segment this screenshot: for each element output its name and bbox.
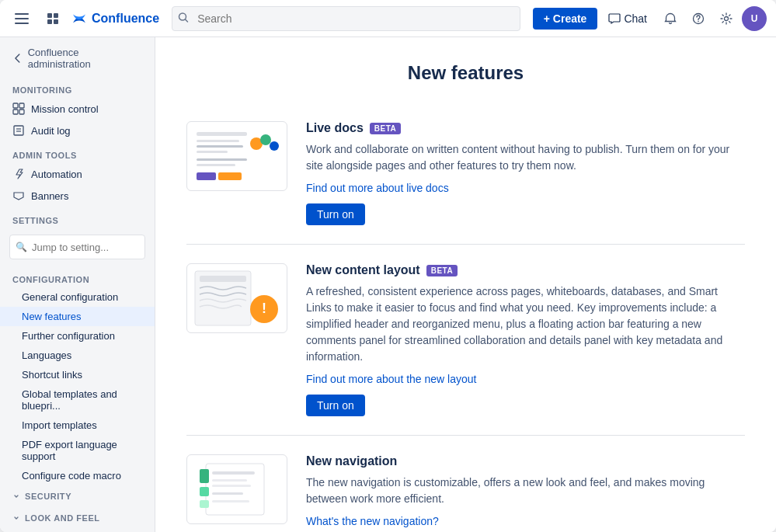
new-content-layout-description: A refreshed, consistent experience acros…	[306, 283, 745, 365]
svg-rect-2	[15, 23, 29, 24]
logo[interactable]: Confluence	[71, 11, 159, 26]
svg-rect-40	[212, 492, 243, 495]
sidebar-item-shortcut-links[interactable]: Shortcut links	[0, 365, 155, 384]
sidebar-back-link[interactable]: Confluence administration	[0, 37, 155, 76]
monitoring-section-label: MONITORING	[0, 76, 155, 98]
sidebar-toggle-button[interactable]	[9, 6, 34, 31]
svg-text:!: !	[262, 301, 266, 316]
top-navigation: Confluence + Create Chat	[0, 0, 776, 37]
live-docs-badge: BETA	[370, 123, 401, 134]
live-docs-image	[186, 121, 287, 191]
svg-rect-37	[212, 471, 255, 475]
data-management-section[interactable]: DATA MANAGEMENT	[0, 529, 155, 532]
svg-rect-6	[54, 19, 58, 24]
new-navigation-link[interactable]: What's the new navigation?	[306, 515, 745, 527]
new-navigation-card: New navigation The new navigation is cus…	[186, 436, 745, 532]
sidebar-item-configure-code-macro[interactable]: Configure code macro	[0, 466, 155, 485]
look-feel-label: LOOK AND FEEL	[25, 513, 100, 523]
svg-rect-18	[197, 132, 247, 136]
sidebar-back-label: Confluence administration	[28, 47, 142, 70]
sidebar-item-audit-log[interactable]: Audit log	[0, 120, 155, 141]
create-button[interactable]: + Create	[533, 8, 598, 30]
search-bar	[172, 6, 520, 31]
svg-rect-11	[13, 103, 18, 108]
chat-label: Chat	[624, 12, 647, 25]
new-navigation-title: New navigation	[306, 454, 397, 468]
sidebar-item-general-configuration[interactable]: General configuration	[0, 287, 155, 307]
new-navigation-title-row: New navigation	[306, 454, 745, 468]
settings-search-input[interactable]	[9, 235, 145, 259]
new-content-layout-turn-on-button[interactable]: Turn on	[306, 395, 365, 416]
page-title: New features	[186, 62, 745, 84]
settings-search-icon: 🔍	[16, 242, 27, 252]
new-content-layout-badge: BETA	[426, 265, 458, 276]
live-docs-title: Live docs	[306, 121, 364, 135]
svg-rect-3	[47, 13, 52, 18]
svg-rect-38	[212, 479, 247, 482]
live-docs-title-row: Live docs BETA	[306, 121, 745, 135]
sidebar-item-banners[interactable]: Banners	[0, 185, 155, 207]
audit-log-label: Audit log	[31, 125, 71, 137]
svg-rect-27	[197, 172, 216, 180]
svg-rect-4	[54, 13, 58, 18]
svg-rect-36	[200, 500, 209, 508]
new-content-layout-link[interactable]: Find out more about the new layout	[306, 373, 745, 385]
live-docs-description: Work and collaborate on written content …	[306, 141, 745, 174]
new-content-layout-title-row: New content layout BETA	[306, 263, 745, 277]
svg-rect-13	[13, 110, 18, 114]
configuration-group: CONFIGURATION General configuration New …	[0, 269, 155, 485]
new-navigation-image	[186, 454, 287, 524]
svg-rect-5	[47, 19, 52, 24]
look-feel-section[interactable]: LOOK AND FEEL	[0, 507, 155, 529]
sidebar-item-new-features[interactable]: New features	[0, 307, 155, 326]
live-docs-link[interactable]: Find out more about live docs	[306, 182, 745, 194]
user-avatar[interactable]: U	[742, 6, 767, 31]
search-icon	[178, 12, 189, 25]
nav-right-actions: + Create Chat	[533, 6, 767, 31]
svg-rect-20	[197, 145, 243, 148]
live-docs-turn-on-button[interactable]: Turn on	[306, 203, 365, 225]
svg-rect-15	[14, 126, 23, 135]
chat-button[interactable]: Chat	[600, 8, 655, 30]
settings-button[interactable]	[714, 6, 739, 31]
svg-point-9	[698, 20, 699, 22]
search-input[interactable]	[172, 6, 520, 31]
sidebar-item-mission-control[interactable]: Mission control	[0, 98, 155, 120]
svg-rect-34	[200, 469, 209, 483]
svg-rect-19	[197, 140, 239, 142]
sidebar: Confluence administration MONITORING Mis…	[0, 37, 155, 532]
svg-point-10	[725, 16, 729, 20]
sidebar-item-global-templates[interactable]: Global templates and bluepri...	[0, 384, 155, 416]
sidebar-item-further-configuration[interactable]: Further configuration	[0, 326, 155, 346]
mission-control-label: Mission control	[31, 103, 99, 115]
svg-rect-41	[212, 500, 249, 502]
svg-rect-33	[206, 464, 264, 515]
svg-rect-14	[19, 110, 24, 114]
new-navigation-description: The new navigation is customizable, offe…	[306, 475, 745, 507]
svg-rect-35	[200, 487, 209, 496]
new-content-layout-content: New content layout BETA A refreshed, con…	[306, 263, 745, 416]
new-content-layout-image: !	[186, 263, 287, 333]
main-layout: Confluence administration MONITORING Mis…	[0, 37, 776, 532]
live-docs-card: Live docs BETA Work and collaborate on w…	[186, 103, 745, 245]
svg-rect-28	[218, 172, 242, 180]
svg-rect-23	[197, 164, 235, 166]
banners-label: Banners	[31, 190, 68, 202]
home-button[interactable]	[40, 6, 65, 31]
sidebar-item-languages[interactable]: Languages	[0, 346, 155, 365]
help-button[interactable]	[686, 6, 711, 31]
new-content-layout-card: ! New content layout BETA A refreshed, c…	[186, 245, 745, 436]
security-section[interactable]: SECURITY	[0, 485, 155, 507]
svg-rect-39	[212, 485, 251, 487]
sidebar-item-import-templates[interactable]: Import templates	[0, 416, 155, 435]
sidebar-item-automation[interactable]: Automation	[0, 163, 155, 185]
new-content-layout-title: New content layout	[306, 263, 420, 277]
svg-rect-12	[19, 103, 24, 108]
svg-rect-0	[15, 13, 29, 15]
svg-rect-21	[197, 151, 228, 153]
notifications-button[interactable]	[658, 6, 683, 31]
sidebar-item-pdf-export[interactable]: PDF export language support	[0, 435, 155, 466]
live-docs-content: Live docs BETA Work and collaborate on w…	[306, 121, 745, 225]
settings-search-container: 🔍	[9, 235, 145, 259]
automation-label: Automation	[31, 169, 82, 180]
